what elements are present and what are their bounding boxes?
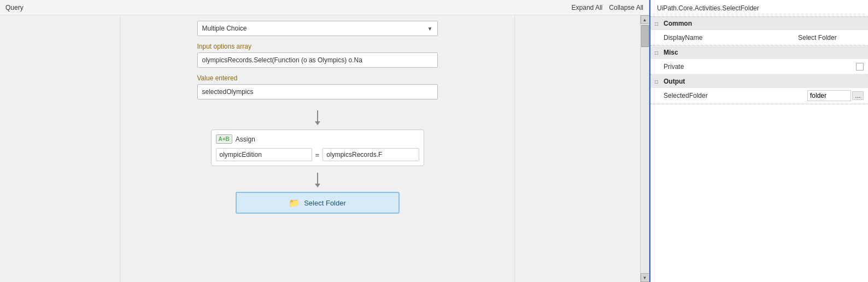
prop-input-selectedfolder[interactable]: folder	[807, 90, 851, 101]
workflow-wrapper: Multiple Choice ▼ Input options array ol…	[197, 21, 438, 214]
assign-block[interactable]: A+B Assign olympicEdition = olympicsReco…	[211, 130, 424, 166]
prop-value-wrapper-selectedfolder: folder…	[807, 90, 864, 101]
canvas-toolbar-right: Expand All Collapse All	[572, 4, 643, 11]
collapse-all-button[interactable]: Collapse All	[609, 4, 643, 11]
canvas-title: Query	[5, 4, 24, 11]
arrow-line-1	[317, 110, 318, 121]
prop-row-displayname: DisplayNameSelect Folder	[650, 30, 868, 45]
select-folder-block[interactable]: 📁 Select Folder	[236, 192, 400, 214]
assign-left-field[interactable]: olympicEdition	[216, 148, 312, 161]
prop-section-misc: □ MiscPrivate	[650, 46, 868, 75]
prop-section-header-output[interactable]: □ Output	[650, 75, 868, 88]
properties-header: UiPath.Core.Activities.SelectFolder	[650, 0, 868, 17]
assign-title: Assign	[236, 136, 255, 143]
section-collapse-icon-output: □	[655, 79, 661, 85]
dropdown-value: Multiple Choice	[202, 25, 247, 32]
canvas-toolbar: Query Expand All Collapse All	[0, 0, 649, 15]
prop-value-displayname: Select Folder	[798, 34, 864, 42]
input-options-label: Input options array	[197, 43, 438, 50]
expand-all-button[interactable]: Expand All	[572, 4, 603, 11]
arrow-head-1	[315, 121, 320, 125]
scroll-thumb[interactable]	[641, 25, 649, 47]
section-collapse-icon-common: □	[655, 21, 661, 27]
dropdown-arrow-icon: ▼	[427, 26, 433, 32]
prop-label-private: Private	[664, 63, 856, 70]
prop-label-selectedfolder: SelectedFolder	[664, 92, 807, 99]
prop-label-displayname: DisplayName	[664, 34, 798, 42]
arrow-connector-1	[315, 110, 320, 125]
vertical-scrollbar[interactable]: ▲ ▼	[640, 15, 649, 282]
value-entered-value: selectedOlympics	[202, 88, 254, 96]
prop-section-output: □ OutputSelectedFolderfolder…	[650, 75, 868, 104]
properties-panel: UiPath.Core.Activities.SelectFolder □ Co…	[649, 0, 868, 282]
input-options-field[interactable]: olympicsRecords.Select(Function (o as Ol…	[197, 52, 438, 68]
properties-sections: □ CommonDisplayNameSelect Folder□ MiscPr…	[650, 17, 868, 104]
canvas-area: Query Expand All Collapse All Multiple C…	[0, 0, 649, 282]
value-entered-field[interactable]: selectedOlympics	[197, 84, 438, 99]
prop-checkbox-private[interactable]	[856, 63, 864, 70]
assign-row: olympicEdition = olympicsRecords.F	[216, 148, 419, 161]
scroll-up-button[interactable]: ▲	[641, 15, 649, 24]
section-collapse-icon-misc: □	[655, 50, 661, 56]
workflow-area: Multiple Choice ▼ Input options array ol…	[120, 15, 514, 282]
arrow-line-2	[317, 173, 318, 184]
input-options-value: olympicsRecords.Select(Function (o as Ol…	[202, 56, 433, 64]
folder-icon: 📁	[289, 198, 300, 208]
select-folder-label: Select Folder	[304, 199, 346, 207]
value-entered-label: Value entered	[197, 74, 438, 82]
prop-section-header-common[interactable]: □ Common	[650, 17, 868, 30]
prop-section-common: □ CommonDisplayNameSelect Folder	[650, 17, 868, 46]
assign-left-value: olympicEdition	[220, 151, 262, 158]
assign-right-field[interactable]: olympicsRecords.F	[322, 148, 419, 161]
prop-row-private: Private	[650, 59, 868, 74]
scroll-down-button[interactable]: ▼	[641, 273, 649, 282]
assign-header: A+B Assign	[216, 134, 419, 144]
assign-icon: A+B	[216, 134, 232, 144]
prop-section-header-misc[interactable]: □ Misc	[650, 46, 868, 59]
prop-row-selectedfolder: SelectedFolderfolder…	[650, 88, 868, 104]
canvas-content: Multiple Choice ▼ Input options array ol…	[0, 15, 649, 282]
left-strip	[0, 15, 120, 282]
right-strip	[514, 15, 640, 282]
arrow-head-2	[315, 184, 320, 187]
multiple-choice-dropdown[interactable]: Multiple Choice ▼	[197, 21, 438, 36]
assign-equals: =	[315, 151, 320, 159]
assign-right-value: olympicsRecords.F	[326, 151, 382, 158]
prop-ellipsis-button-selectedfolder[interactable]: …	[852, 91, 864, 100]
arrow-connector-2	[315, 173, 320, 187]
